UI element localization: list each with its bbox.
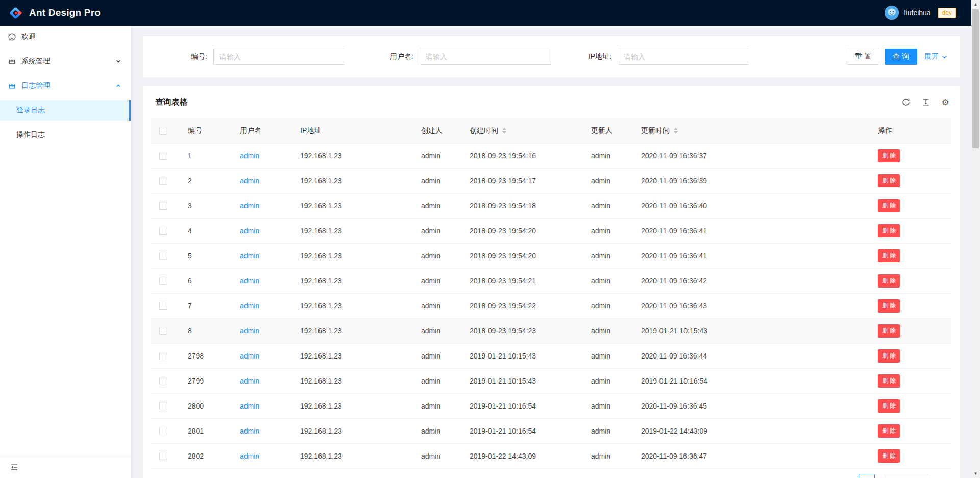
username-link[interactable]: admin — [240, 402, 259, 410]
row-checkbox[interactable] — [159, 277, 167, 285]
delete-button[interactable]: 删 除 — [878, 349, 900, 363]
delete-button[interactable]: 删 除 — [878, 199, 900, 212]
search-button[interactable]: 查 询 — [885, 49, 917, 65]
row-checkbox[interactable] — [159, 452, 167, 460]
row-checkbox[interactable] — [159, 252, 167, 260]
reset-button[interactable]: 重 置 — [847, 49, 879, 65]
vertical-scrollbar[interactable]: ▲ ▼ — [971, 0, 980, 478]
cell-creator: admin — [413, 218, 461, 243]
sidebar-item-log-management[interactable]: 日志管理 — [0, 76, 131, 96]
username-link[interactable]: admin — [240, 327, 259, 335]
row-checkbox[interactable] — [159, 302, 167, 310]
delete-button[interactable]: 删 除 — [878, 399, 900, 413]
cell-id: 2798 — [180, 343, 232, 368]
chevron-down-icon — [116, 59, 121, 64]
cell-creator: admin — [413, 343, 461, 368]
cell-created-time: 2018-09-23 19:54:18 — [461, 193, 583, 218]
username-link[interactable]: admin — [240, 252, 259, 260]
delete-button[interactable]: 删 除 — [878, 224, 900, 237]
table-row: 7admin192.168.1.23admin2018-09-23 19:54:… — [151, 293, 951, 318]
setting-gear-icon[interactable]: ⚙ — [942, 98, 949, 107]
cell-id: 4 — [180, 218, 232, 243]
sidebar-item-welcome[interactable]: 欢迎 — [0, 27, 131, 47]
username-link[interactable]: admin — [240, 277, 259, 285]
table-row: 8admin192.168.1.23admin2018-09-23 19:54:… — [151, 318, 951, 343]
cell-creator: admin — [413, 318, 461, 343]
env-tag-badge: dev — [938, 8, 956, 18]
row-checkbox[interactable] — [159, 202, 167, 210]
delete-button[interactable]: 删 除 — [878, 149, 900, 162]
row-checkbox[interactable] — [159, 227, 167, 235]
username-link[interactable]: admin — [240, 177, 259, 185]
table-row: 1admin192.168.1.23admin2018-09-23 19:54:… — [151, 143, 951, 168]
username-link[interactable]: admin — [240, 202, 259, 210]
sidebar-item-login-log[interactable]: 登录日志 — [0, 100, 131, 121]
row-checkbox[interactable] — [159, 427, 167, 435]
username-link[interactable]: admin — [240, 427, 259, 435]
delete-button[interactable]: 删 除 — [878, 374, 900, 388]
row-checkbox[interactable] — [159, 327, 167, 335]
delete-button[interactable]: 删 除 — [878, 174, 900, 187]
cell-ip: 192.168.1.23 — [292, 418, 413, 443]
cell-updated-time: 2020-11-09 16:36:45 — [633, 393, 870, 418]
cell-created-time: 2018-09-23 19:54:23 — [461, 318, 583, 343]
sidebar-item-label: 日志管理 — [21, 81, 50, 90]
username-link[interactable]: admin — [240, 352, 259, 360]
pagination-page-size-select[interactable] — [886, 474, 929, 478]
app-logo[interactable]: Ant Design Pro — [9, 6, 101, 20]
cell-updated-time: 2019-01-21 10:16:54 — [633, 368, 870, 393]
row-checkbox[interactable] — [159, 177, 167, 185]
cell-id: 2800 — [180, 393, 232, 418]
cell-ip: 192.168.1.23 — [292, 443, 413, 468]
menu-fold-icon[interactable] — [10, 463, 18, 471]
username-link[interactable]: admin — [240, 302, 259, 310]
id-input[interactable] — [213, 49, 345, 65]
app-title: Ant Design Pro — [29, 7, 101, 18]
row-checkbox[interactable] — [159, 352, 167, 360]
username-link[interactable]: admin — [240, 227, 259, 235]
username-link[interactable]: admin — [240, 452, 259, 460]
username-link[interactable]: admin — [240, 377, 259, 385]
ip-input[interactable] — [618, 49, 749, 65]
delete-button[interactable]: 删 除 — [878, 324, 900, 338]
sidebar-item-operation-log[interactable]: 操作日志 — [0, 125, 131, 145]
user-name[interactable]: liufeihua — [904, 9, 930, 17]
cell-created-time: 2019-01-21 10:15:43 — [461, 343, 583, 368]
row-checkbox[interactable] — [159, 377, 167, 385]
scrollbar-thumb[interactable] — [972, 9, 979, 148]
delete-button[interactable]: 删 除 — [878, 274, 900, 288]
cell-created-time: 2019-01-21 10:15:43 — [461, 368, 583, 393]
reload-icon[interactable] — [902, 98, 910, 106]
table-row: 2798admin192.168.1.23admin2019-01-21 10:… — [151, 343, 951, 368]
filter-fields: 编号: 用户名: IP地址: — [155, 49, 847, 65]
column-header-updated-time[interactable]: 更新时间 — [633, 118, 870, 143]
header-user-area: liufeihua dev — [885, 6, 956, 20]
delete-button[interactable]: 删 除 — [878, 424, 900, 438]
scrollbar-up-arrow-icon[interactable]: ▲ — [971, 0, 980, 9]
delete-button[interactable]: 删 除 — [878, 299, 900, 313]
sorter-icon[interactable] — [502, 128, 506, 134]
cell-updater: admin — [583, 443, 633, 468]
pagination — [143, 474, 960, 478]
cell-updated-time: 2020-11-09 16:36:37 — [633, 143, 870, 168]
column-height-icon[interactable] — [922, 98, 930, 106]
sidebar-item-system-management[interactable]: 系统管理 — [0, 51, 131, 71]
cell-created-time: 2018-09-23 19:54:17 — [461, 168, 583, 193]
cell-created-time: 2018-09-23 19:54:20 — [461, 218, 583, 243]
delete-button[interactable]: 删 除 — [878, 249, 900, 262]
row-checkbox[interactable] — [159, 152, 167, 160]
pagination-active-page[interactable] — [859, 474, 875, 478]
select-all-checkbox[interactable] — [159, 127, 167, 135]
cell-updater: admin — [583, 243, 633, 268]
delete-button[interactable]: 删 除 — [878, 449, 900, 463]
field-label-id: 编号: — [155, 52, 213, 61]
scrollbar-down-arrow-icon[interactable]: ▼ — [971, 469, 980, 478]
expand-link[interactable]: 展开 — [924, 52, 947, 61]
column-header-created-time[interactable]: 创建时间 — [461, 118, 583, 143]
cell-ip: 192.168.1.23 — [292, 243, 413, 268]
sorter-icon[interactable] — [674, 128, 678, 134]
username-link[interactable]: admin — [240, 152, 259, 160]
row-checkbox[interactable] — [159, 402, 167, 410]
username-input[interactable] — [420, 49, 551, 65]
user-avatar[interactable] — [885, 6, 899, 20]
